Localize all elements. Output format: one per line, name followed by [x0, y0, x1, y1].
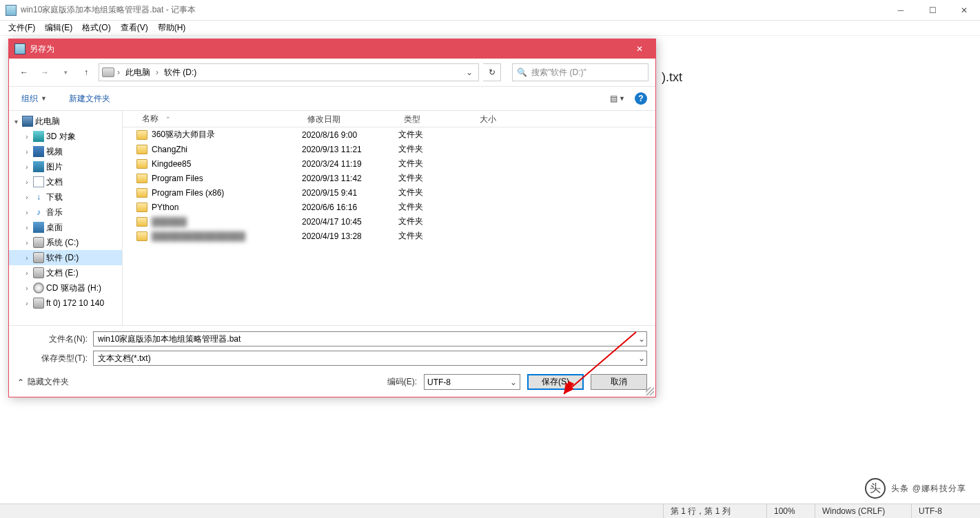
chevron-up-icon: ⌃ [17, 377, 24, 387]
file-row[interactable]: ██████2020/4/17 10:45文件夹 [123, 214, 655, 229]
file-name: Program Files [152, 174, 203, 183]
notepad-title: win10家庭版添加本地组策略管理器.bat - 记事本 [21, 4, 196, 16]
tree-item[interactable]: ›ft 0) 172 10 140 [9, 296, 122, 311]
filename-input[interactable]: win10家庭版添加本地组策略管理器.bat ⌄ [93, 331, 647, 346]
tree-twist-icon[interactable]: › [23, 239, 31, 247]
minimize-button[interactable]: ─ [885, 0, 917, 21]
tree-twist-icon[interactable]: › [23, 224, 31, 231]
menu-view[interactable]: 查看(V) [116, 21, 152, 35]
file-row[interactable]: 360驱动大师目录2020/8/16 9:00文件夹 [123, 127, 655, 142]
col-size[interactable]: 大小 [474, 111, 529, 127]
folder-tree[interactable]: ▾此电脑›3D 对象›视频›图片›文档›↓下载›♪音乐›桌面›系统 (C:)›软… [9, 111, 123, 325]
notepad-titlebar: win10家庭版添加本地组策略管理器.bat - 记事本 ─ ☐ ✕ [0, 0, 980, 21]
col-name[interactable]: 名称⌃ [123, 111, 302, 127]
tree-item-label: 下载 [46, 191, 63, 203]
file-date: 2020/6/6 16:16 [302, 203, 398, 212]
refresh-button[interactable]: ↻ [483, 63, 501, 81]
tree-twist-icon[interactable]: › [23, 133, 31, 141]
file-date: 2020/4/19 13:28 [302, 231, 398, 241]
file-date: 2020/9/13 11:42 [302, 174, 398, 183]
tree-item-label: 图片 [46, 161, 63, 173]
save-button[interactable]: 保存(S) [527, 374, 584, 390]
file-date: 2020/9/15 9:41 [302, 188, 398, 198]
tree-item[interactable]: ›视频 [9, 144, 122, 159]
file-row[interactable]: Program Files (x86)2020/9/15 9:41文件夹 [123, 185, 655, 200]
tree-item[interactable]: ›系统 (C:) [9, 235, 122, 250]
drv-icon [33, 267, 44, 278]
nav-back-button[interactable]: ← [16, 64, 32, 81]
chevron-down-icon[interactable]: ⌄ [510, 377, 517, 387]
tree-twist-icon[interactable]: › [23, 269, 31, 277]
menu-help[interactable]: 帮助(H) [154, 21, 190, 35]
hide-folders-toggle[interactable]: ⌃ 隐藏文件夹 [17, 376, 69, 388]
chevron-down-icon[interactable]: ⌄ [638, 353, 645, 363]
tree-item[interactable]: ›图片 [9, 159, 122, 174]
tree-item[interactable]: ›3D 对象 [9, 129, 122, 144]
maximize-button[interactable]: ☐ [917, 0, 948, 21]
file-list[interactable]: 名称⌃ 修改日期 类型 大小 360驱动大师目录2020/8/16 9:00文件… [123, 111, 655, 325]
sort-chevron-icon: ⌃ [165, 116, 171, 123]
breadcrumb-node[interactable]: 软件 (D:) [161, 65, 199, 80]
encoding-select[interactable]: UTF-8 ⌄ [424, 374, 520, 390]
view-options-button[interactable]: ▤ ▼ [610, 94, 625, 103]
chevron-down-icon[interactable]: ⌄ [638, 334, 645, 344]
file-row[interactable]: PYthon2020/6/6 16:16文件夹 [123, 200, 655, 214]
new-folder-button[interactable]: 新建文件夹 [65, 91, 114, 107]
resize-grip[interactable] [646, 387, 654, 395]
mus-icon: ♪ [33, 207, 44, 218]
tree-item[interactable]: ›文档 [9, 174, 122, 189]
nav-forward-button[interactable]: → [37, 64, 53, 81]
help-button[interactable]: ? [635, 92, 647, 105]
address-bar[interactable]: › 此电脑 › 软件 (D:) ⌄ [99, 63, 479, 81]
tree-item-label: 3D 对象 [46, 131, 76, 143]
tree-twist-icon[interactable]: › [23, 178, 31, 186]
tree-item-label: 系统 (C:) [46, 237, 79, 249]
tree-twist-icon[interactable]: › [23, 300, 31, 307]
tree-twist-icon[interactable]: › [23, 209, 31, 216]
close-button[interactable]: ✕ [948, 0, 980, 21]
nav-recent-button[interactable]: ▾ [57, 64, 74, 81]
tree-twist-icon[interactable]: › [23, 163, 31, 171]
file-row[interactable]: ████████████████2020/4/19 13:28文件夹 [123, 229, 655, 243]
chevron-right-icon: › [156, 68, 159, 77]
tree-item[interactable]: ▾此电脑 [9, 114, 122, 129]
cube-icon [33, 131, 44, 142]
tree-item[interactable]: ›CD 驱动器 (H:) [9, 280, 122, 296]
file-name: Kingdee85 [152, 159, 191, 169]
file-row[interactable]: Kingdee852020/3/24 11:19文件夹 [123, 156, 655, 171]
tree-item[interactable]: ›↓下载 [9, 189, 122, 205]
chevron-down-icon: ▼ [619, 95, 625, 102]
tree-item[interactable]: ›♪音乐 [9, 205, 122, 220]
breadcrumb-root[interactable]: 此电脑 [123, 65, 153, 80]
tree-twist-icon[interactable]: ▾ [12, 118, 20, 125]
menu-file[interactable]: 文件(F) [4, 21, 39, 35]
cancel-button[interactable]: 取消 [591, 374, 647, 390]
file-type: 文件夹 [398, 143, 474, 155]
tree-item-label: 音乐 [46, 207, 63, 218]
organize-button[interactable]: 组织▼ [17, 91, 51, 107]
notepad-statusbar: 第 1 行，第 1 列 100% Windows (CRLF) UTF-8 [0, 504, 980, 518]
menu-format[interactable]: 格式(O) [78, 21, 114, 35]
save-as-dialog: 另存为 ✕ ← → ▾ ↑ › 此电脑 › 软件 (D:) ⌄ ↻ 🔍 搜索"软… [8, 39, 656, 397]
col-type[interactable]: 类型 [398, 111, 474, 127]
tree-item[interactable]: ›软件 (D:) [9, 250, 122, 265]
tree-item[interactable]: ›桌面 [9, 220, 122, 235]
address-dropdown-button[interactable]: ⌄ [463, 68, 476, 77]
file-type: 文件夹 [398, 187, 474, 198]
folder-icon [136, 217, 147, 227]
tree-twist-icon[interactable]: › [23, 254, 31, 262]
tree-item[interactable]: ›文档 (E:) [9, 265, 122, 280]
col-date[interactable]: 修改日期 [302, 111, 398, 127]
search-input[interactable]: 🔍 搜索"软件 (D:)" [512, 63, 649, 81]
menu-edit[interactable]: 编辑(E) [41, 21, 76, 35]
drv-icon [33, 252, 44, 263]
nav-up-button[interactable]: ↑ [78, 64, 94, 81]
file-row[interactable]: ChangZhi2020/9/13 11:21文件夹 [123, 142, 655, 156]
tree-twist-icon[interactable]: › [23, 284, 31, 292]
file-row[interactable]: Program Files2020/9/13 11:42文件夹 [123, 171, 655, 185]
tree-twist-icon[interactable]: › [23, 194, 31, 201]
filetype-select[interactable]: 文本文档(*.txt) ⌄ [93, 351, 647, 366]
filename-label: 文件名(N): [17, 333, 93, 345]
tree-twist-icon[interactable]: › [23, 148, 31, 156]
dialog-close-button[interactable]: ✕ [624, 39, 655, 59]
